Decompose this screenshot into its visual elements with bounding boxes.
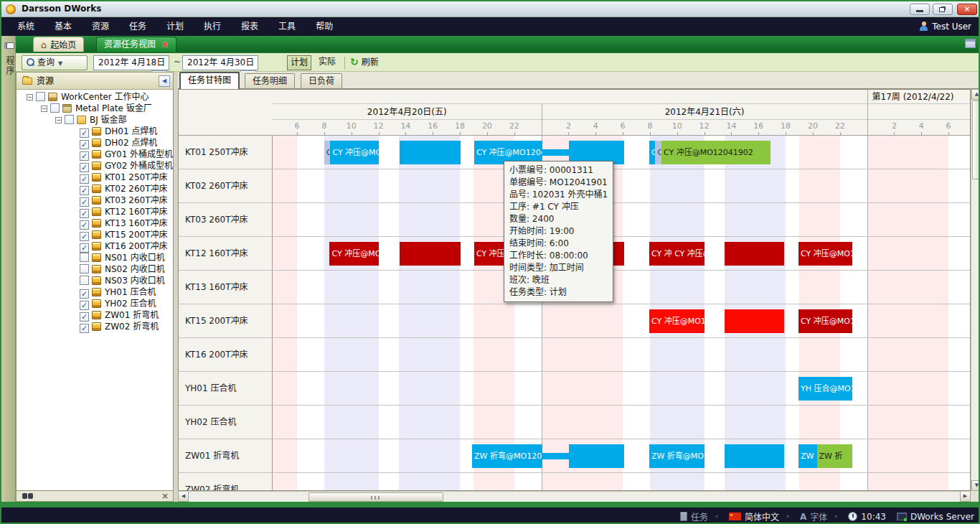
gantt-task-bar[interactable] <box>400 141 461 164</box>
gantt-row-divider <box>273 472 971 473</box>
tree-item[interactable]: −Metal Plate 钣金厂 <box>17 103 173 114</box>
tree-item[interactable]: NS01 内收口机 <box>17 252 173 263</box>
gantt-task-bar[interactable]: C <box>324 141 331 164</box>
gantt-row-divider <box>273 304 971 304</box>
tree-item[interactable]: ✓YH01 压合机 <box>17 286 173 298</box>
tree-item[interactable]: NS02 内收口机 <box>17 263 173 275</box>
menu-item[interactable]: 基本 <box>44 17 82 36</box>
gantt-task-bar[interactable]: ZW 折弯@MO12041901 <box>472 444 542 468</box>
tree-item[interactable]: NS03 内收口机 <box>17 275 173 286</box>
close-button[interactable]: × <box>957 4 977 15</box>
gantt-task-bar[interactable]: CY 冲压@MO12041904 <box>329 242 379 266</box>
checkbox[interactable] <box>80 264 89 273</box>
tree-item[interactable]: ✓ZW01 折弯机 <box>17 309 173 321</box>
plan-toggle-button[interactable]: 计划 <box>287 55 311 70</box>
view-tab[interactable]: 日负荷 <box>301 73 342 89</box>
tree-item[interactable]: ✓KT03 260T冲床 <box>17 195 173 206</box>
doc-tab[interactable]: ⌂起始页 <box>33 37 84 52</box>
tree-item[interactable]: ✓DH01 点焊机 <box>17 126 173 137</box>
checkbox[interactable] <box>80 276 89 285</box>
status-item[interactable]: 任务▾ <box>680 510 718 523</box>
gantt-task-bar[interactable]: CY 冲 CY 冲压@MO12041904 <box>649 242 705 266</box>
gantt-task-bar[interactable]: YH 压合@MO1 <box>798 377 852 401</box>
gantt-task-bar[interactable]: ZW 折弯@MO12041901 <box>649 444 705 468</box>
gantt-task-bar[interactable] <box>400 242 461 266</box>
gantt-task-bar[interactable]: CY 冲压@MO12041902 <box>661 141 771 164</box>
vertical-scroll-thumb[interactable] <box>972 100 980 179</box>
tree-item[interactable]: ✓KT12 160T冲床 <box>17 206 173 217</box>
menu-item[interactable]: 执行 <box>194 17 231 36</box>
doc-tab[interactable]: 资源任务视图× <box>96 37 176 52</box>
checkbox[interactable] <box>80 253 89 262</box>
gantt-task-bar[interactable] <box>725 444 784 468</box>
tree-item[interactable]: −BJ 钣金部 <box>17 114 173 126</box>
gantt-task-bar[interactable]: ZW 折 <box>817 444 852 468</box>
gantt-task-bar[interactable]: C <box>655 141 661 164</box>
menu-item[interactable]: 计划 <box>156 17 194 36</box>
gantt-task-bar[interactable]: CY 冲压@MO1 <box>798 242 852 266</box>
gantt-task-bar[interactable]: C <box>649 141 656 164</box>
status-item[interactable]: 10:43 <box>848 512 886 522</box>
tree-expander-icon[interactable]: − <box>55 117 62 123</box>
gantt-task-bar[interactable]: CY 冲压@MO12041903 <box>649 309 705 333</box>
tree-item[interactable]: ✓GY02 外桶成型机 <box>17 160 173 172</box>
gantt-row-divider <box>273 202 971 203</box>
gantt-task-bar[interactable] <box>569 444 624 468</box>
tree-item[interactable]: ✓KT15 200T冲床 <box>17 229 173 240</box>
tree-item[interactable]: ✓KT16 200T冲床 <box>17 240 173 252</box>
query-button[interactable]: 查询▼ <box>22 55 88 70</box>
view-tab[interactable]: 任务甘特图 <box>179 72 240 89</box>
gantt-task-bar[interactable]: CY 冲压@MO1 <box>798 309 852 333</box>
tree-item[interactable]: ✓YH02 压合机 <box>17 298 173 309</box>
horizontal-scrollbar[interactable]: ◀ ▶ <box>178 491 971 502</box>
gantt-task-bar[interactable] <box>725 309 784 333</box>
tree-item[interactable]: ✓DH02 点焊机 <box>17 137 173 149</box>
status-item[interactable]: A字体▾ <box>800 510 837 523</box>
scroll-up-icon[interactable]: ▲ <box>971 89 980 100</box>
gantt-task-bar[interactable]: CY 冲压@MO12041901 <box>330 141 379 164</box>
checkbox[interactable]: ✓ <box>80 324 89 333</box>
tree-expander-icon[interactable]: − <box>27 94 33 100</box>
tree-item[interactable]: ✓KT01 250T冲床 <box>17 172 173 183</box>
menu-item[interactable]: 资源 <box>82 17 119 36</box>
side-strip[interactable]: 程序 <box>1 36 16 502</box>
tree-item[interactable]: −WorkCenter 工作中心 <box>17 91 173 103</box>
status-item[interactable]: DWorks Server <box>897 512 974 522</box>
menu-item[interactable]: 任务 <box>119 17 156 36</box>
checkbox[interactable] <box>36 92 45 101</box>
layout-icon[interactable] <box>965 39 976 48</box>
checkbox[interactable] <box>65 115 74 124</box>
tree-expander-icon[interactable]: − <box>41 106 47 112</box>
find-icon[interactable] <box>22 493 27 499</box>
horizontal-scroll-thumb[interactable] <box>308 492 443 502</box>
scroll-right-icon[interactable]: ▶ <box>960 492 971 502</box>
tab-close-icon[interactable]: × <box>161 39 169 50</box>
menu-item[interactable]: 工具 <box>268 17 306 36</box>
user-box[interactable]: Test User <box>919 17 971 36</box>
tree-item[interactable]: ✓GY01 外桶成型机 <box>17 149 173 160</box>
tree-item[interactable]: ✓ZW02 折弯机 <box>17 321 173 332</box>
tree-item[interactable]: ✓KT02 260T冲床 <box>17 183 173 195</box>
menu-item[interactable]: 帮助 <box>306 17 343 36</box>
scroll-down-icon[interactable]: ▼ <box>971 480 980 491</box>
date-to-picker[interactable]: 2012年 4月30日▼ <box>182 55 258 70</box>
vertical-scrollbar[interactable]: ▲ ▼ <box>971 89 980 491</box>
date-from-picker[interactable]: 2012年 4月18日▼ <box>93 55 169 70</box>
close-icon[interactable]: × <box>161 491 169 501</box>
gantt-task-bar[interactable] <box>725 242 784 266</box>
menu-item[interactable]: 系统 <box>7 17 44 36</box>
view-tab[interactable]: 任务明细 <box>245 73 295 89</box>
scroll-left-icon[interactable]: ◀ <box>178 492 189 502</box>
restore-button[interactable] <box>933 4 953 15</box>
checkbox[interactable] <box>50 103 60 113</box>
tree-item[interactable]: ✓KT13 160T冲床 <box>17 217 173 229</box>
gantt-task-bar[interactable]: ZW <box>798 444 817 468</box>
gantt-row-label: ZW02 折弯机 <box>179 473 273 491</box>
minimize-button[interactable] <box>910 4 930 15</box>
actual-toggle-button[interactable]: 实际 <box>314 55 340 70</box>
status-item[interactable]: 简体中文▾ <box>729 510 789 523</box>
refresh-button[interactable]: ↻刷新 <box>350 55 379 70</box>
menu-item[interactable]: 报表 <box>231 17 268 36</box>
collapse-panel-button[interactable]: ◀ <box>159 75 170 87</box>
search-icon <box>27 58 34 66</box>
